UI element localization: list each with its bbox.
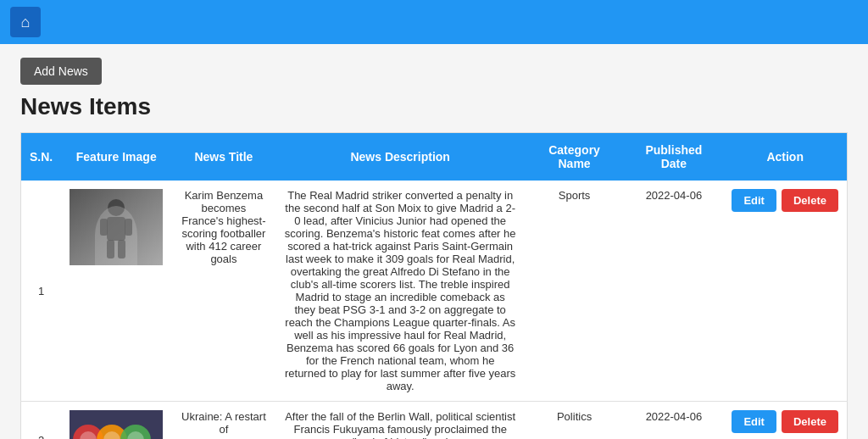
row-1-news-description: The Real Madrid striker converted a pena… [276,181,525,402]
table-row: 2 Ukra [21,402,848,440]
row-2-category-name: Politics [525,402,625,440]
svg-rect-3 [107,217,125,241]
row-1-published-date: 2022-04-06 [624,181,723,402]
top-nav: ⌂ [0,0,868,44]
row-1-delete-button[interactable]: Delete [782,189,838,212]
table-row: 1 [21,181,848,402]
add-news-button[interactable]: Add News [20,58,102,85]
row-2-action: Edit Delete [723,402,847,440]
row-2-published-date: 2022-04-06 [624,402,723,440]
home-button[interactable]: ⌂ [10,7,41,37]
col-header-news-title: News Title [171,133,275,181]
row-2-news-title: Ukraine: A restart of [171,402,275,440]
svg-rect-5 [118,240,125,258]
col-header-news-description: News Description [276,133,525,181]
row-2-action-buttons: Edit Delete [732,410,838,433]
row-2-delete-button[interactable]: Delete [782,410,838,433]
row-2-sn: 2 [21,402,62,440]
row-1-action: Edit Delete [723,181,847,402]
row-1-sn: 1 [21,181,62,402]
page-title: News Items [20,93,848,120]
row-1-edit-button[interactable]: Edit [732,189,776,212]
col-header-published-date: Published Date [624,133,723,181]
row-2-edit-button[interactable]: Edit [732,410,776,433]
row-2-feature-image [61,402,171,440]
home-icon: ⌂ [21,14,31,31]
row-1-action-buttons: Edit Delete [732,189,838,212]
row-1-news-title: Karim Benzema becomes France's highest-s… [171,181,275,402]
col-header-action: Action [723,133,847,181]
svg-rect-4 [107,240,114,258]
row-2-news-description: After the fall of the Berlin Wall, polit… [276,402,525,440]
table-header-row: S.N. Feature Image News Title News Descr… [21,133,848,181]
col-header-feature-image: Feature Image [61,133,171,181]
col-header-category-name: Category Name [525,133,625,181]
feature-image-2 [70,410,163,439]
col-header-sn: S.N. [21,133,62,181]
svg-rect-6 [100,219,108,236]
main-content: Add News News Items S.N. Feature Image N… [0,44,868,439]
row-1-feature-image [61,181,171,402]
svg-point-2 [108,199,125,216]
feature-image-1 [70,189,163,265]
news-table: S.N. Feature Image News Title News Descr… [20,132,848,439]
svg-rect-7 [125,219,132,236]
row-1-category-name: Sports [525,181,625,402]
